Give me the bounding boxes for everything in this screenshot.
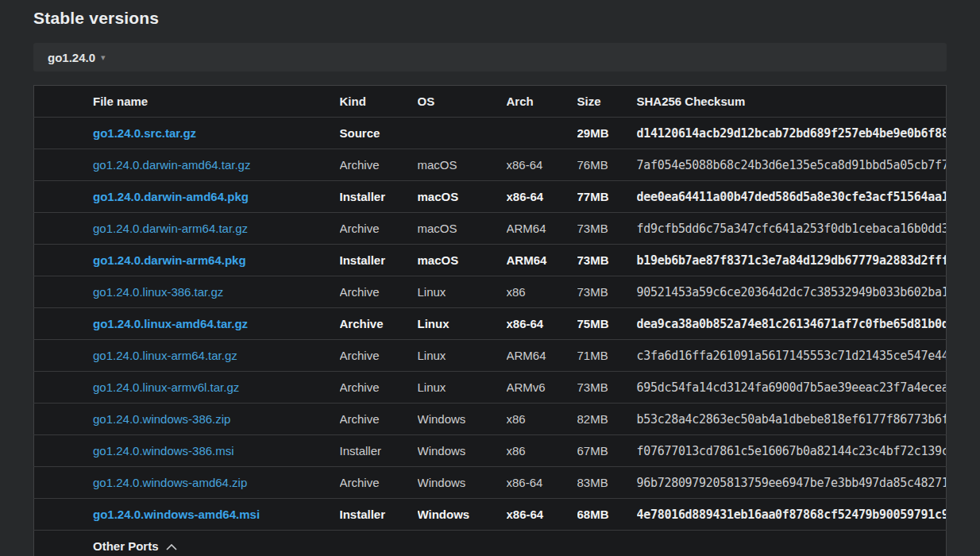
table-row: go1.24.0.windows-amd64.msi Installer Win… bbox=[34, 499, 947, 531]
arch-cell: ARM64 bbox=[507, 245, 577, 276]
size-cell: 73MB bbox=[577, 213, 637, 245]
file-link[interactable]: go1.24.0.linux-arm64.tar.gz bbox=[93, 349, 237, 362]
size-cell: 76MB bbox=[577, 149, 637, 181]
kind-cell: Installer bbox=[340, 435, 418, 467]
size-cell: 67MB bbox=[577, 435, 637, 467]
table-row: go1.24.0.linux-arm64.tar.gz Archive Linu… bbox=[34, 340, 947, 372]
sha256-cell: 7af054e5088b68c24b3d6e135e5ca8d91bbd5a05… bbox=[637, 149, 947, 181]
os-cell bbox=[418, 118, 507, 149]
kind-cell: Source bbox=[340, 118, 418, 149]
os-cell: Windows bbox=[418, 467, 507, 499]
version-selector-label: go1.24.0 bbox=[48, 51, 95, 64]
arch-cell: x86 bbox=[507, 403, 577, 435]
file-link[interactable]: go1.24.0.darwin-amd64.pkg bbox=[93, 190, 249, 203]
arch-cell: x86 bbox=[507, 276, 577, 308]
chevron-up-icon bbox=[166, 544, 177, 550]
other-ports-toggle[interactable]: Other Ports bbox=[93, 539, 177, 553]
kind-cell: Archive bbox=[340, 467, 418, 499]
header-os: OS bbox=[418, 86, 507, 118]
table-row: go1.24.0.darwin-amd64.pkg Installer macO… bbox=[34, 181, 947, 213]
table-row: go1.24.0.darwin-amd64.tar.gz Archive mac… bbox=[34, 149, 947, 181]
table-row: go1.24.0.windows-386.zip Archive Windows… bbox=[34, 403, 947, 435]
arch-cell: ARMv6 bbox=[507, 372, 577, 403]
version-selector[interactable]: go1.24.0 ▾ bbox=[33, 43, 947, 71]
file-link[interactable]: go1.24.0.linux-386.tar.gz bbox=[93, 285, 223, 299]
table-row: go1.24.0.darwin-arm64.tar.gz Archive mac… bbox=[34, 213, 947, 245]
table-header-row: File name Kind OS Arch Size SHA256 Check… bbox=[34, 86, 947, 118]
arch-cell: x86-64 bbox=[507, 467, 577, 499]
arch-cell: ARM64 bbox=[507, 340, 577, 372]
arch-cell: x86-64 bbox=[507, 149, 577, 181]
arch-cell: x86-64 bbox=[507, 308, 577, 340]
sha256-cell: fd9cfb5dd6c75a347cfc641a253f0db1cebaca16… bbox=[637, 213, 947, 245]
kind-cell: Archive bbox=[340, 308, 418, 340]
size-cell: 77MB bbox=[577, 181, 637, 213]
sha256-cell: c3fa6d16ffa261091a5617145553c71d21435ce5… bbox=[637, 340, 947, 372]
other-ports-label: Other Ports bbox=[93, 539, 159, 553]
size-cell: 71MB bbox=[577, 340, 637, 372]
table-row: go1.24.0.windows-amd64.zip Archive Windo… bbox=[34, 467, 947, 499]
sha256-cell: b53c28a4c2863ec50ab4a1dbebe818ef6177f867… bbox=[637, 403, 947, 435]
table-row: go1.24.0.linux-amd64.tar.gz Archive Linu… bbox=[34, 308, 947, 340]
file-link[interactable]: go1.24.0.src.tar.gz bbox=[93, 126, 196, 140]
size-cell: 29MB bbox=[577, 118, 637, 149]
table-row: go1.24.0.windows-386.msi Installer Windo… bbox=[34, 435, 947, 467]
kind-cell: Archive bbox=[340, 276, 418, 308]
file-link[interactable]: go1.24.0.linux-armv6l.tar.gz bbox=[93, 380, 239, 394]
file-link[interactable]: go1.24.0.darwin-arm64.tar.gz bbox=[93, 222, 248, 235]
arch-cell: ARM64 bbox=[507, 213, 577, 245]
os-cell: macOS bbox=[418, 245, 507, 276]
os-cell: Linux bbox=[418, 308, 507, 340]
sha256-cell: d14120614acb29d12bcab72bd689f257eb4be9e0… bbox=[637, 118, 947, 149]
kind-cell: Archive bbox=[340, 340, 418, 372]
os-cell: macOS bbox=[418, 149, 507, 181]
downloads-table: File name Kind OS Arch Size SHA256 Check… bbox=[33, 85, 947, 556]
arch-cell: x86-64 bbox=[507, 499, 577, 531]
page-title: Stable versions bbox=[33, 9, 947, 28]
sha256-cell: 695dc54fa14cd3124fa6900d7b5ae39eeac23f7a… bbox=[637, 372, 947, 403]
file-link[interactable]: go1.24.0.windows-amd64.msi bbox=[93, 508, 260, 521]
os-cell: Windows bbox=[418, 435, 507, 467]
table-row: go1.24.0.linux-386.tar.gz Archive Linux … bbox=[34, 276, 947, 308]
os-cell: Linux bbox=[418, 340, 507, 372]
size-cell: 73MB bbox=[577, 372, 637, 403]
header-kind: Kind bbox=[340, 86, 418, 118]
kind-cell: Archive bbox=[340, 149, 418, 181]
kind-cell: Archive bbox=[340, 403, 418, 435]
table-row: go1.24.0.darwin-arm64.pkg Installer macO… bbox=[34, 245, 947, 276]
go-downloads-page: Stable versions go1.24.0 ▾ File name Kin… bbox=[0, 9, 980, 556]
header-arch: Arch bbox=[507, 86, 577, 118]
arch-cell: x86-64 bbox=[507, 181, 577, 213]
table-body: go1.24.0.src.tar.gz Source 29MB d1412061… bbox=[34, 118, 947, 531]
os-cell: Linux bbox=[418, 372, 507, 403]
sha256-cell: b19eb6b7ae87f8371c3e7a84d129db67779a2883… bbox=[637, 245, 947, 276]
os-cell: Linux bbox=[418, 276, 507, 308]
size-cell: 73MB bbox=[577, 245, 637, 276]
file-link[interactable]: go1.24.0.linux-amd64.tar.gz bbox=[93, 317, 248, 330]
chevron-down-icon: ▾ bbox=[101, 52, 106, 63]
sha256-cell: 90521453a59c6ce20364d2dc7c38532949b033b6… bbox=[637, 276, 947, 308]
size-cell: 83MB bbox=[577, 467, 637, 499]
os-cell: macOS bbox=[418, 213, 507, 245]
file-link[interactable]: go1.24.0.windows-386.msi bbox=[93, 444, 234, 458]
size-cell: 73MB bbox=[577, 276, 637, 308]
size-cell: 82MB bbox=[577, 403, 637, 435]
file-link[interactable]: go1.24.0.darwin-amd64.tar.gz bbox=[93, 158, 250, 172]
file-link[interactable]: go1.24.0.darwin-arm64.pkg bbox=[93, 253, 246, 267]
kind-cell: Archive bbox=[340, 372, 418, 403]
table-row: go1.24.0.linux-armv6l.tar.gz Archive Lin… bbox=[34, 372, 947, 403]
sha256-cell: f07677013cd7861c5e16067b0a82144c23c4bf72… bbox=[637, 435, 947, 467]
file-link[interactable]: go1.24.0.windows-amd64.zip bbox=[93, 476, 247, 489]
kind-cell: Installer bbox=[340, 181, 418, 213]
os-cell: Windows bbox=[418, 403, 507, 435]
file-link[interactable]: go1.24.0.windows-386.zip bbox=[93, 412, 230, 426]
kind-cell: Installer bbox=[340, 499, 418, 531]
kind-cell: Installer bbox=[340, 245, 418, 276]
table-row: go1.24.0.src.tar.gz Source 29MB d1412061… bbox=[34, 118, 947, 149]
size-cell: 75MB bbox=[577, 308, 637, 340]
arch-cell bbox=[507, 118, 577, 149]
header-sha256-checksum: SHA256 Checksum bbox=[637, 86, 947, 118]
size-cell: 68MB bbox=[577, 499, 637, 531]
os-cell: Windows bbox=[418, 499, 507, 531]
header-file-name: File name bbox=[34, 86, 340, 118]
